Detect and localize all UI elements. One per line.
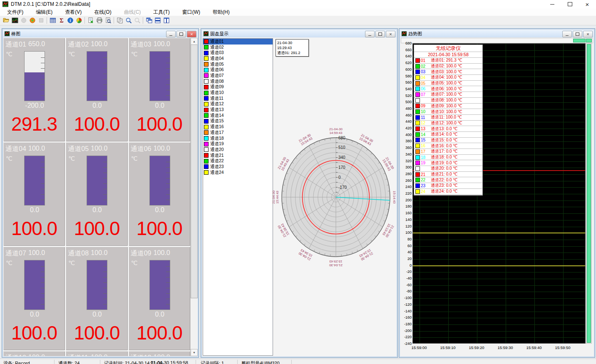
channel-list-item[interactable]: 通道10 [203, 90, 273, 96]
channel-color-swatch [204, 102, 209, 106]
tile-horizontal-icon[interactable] [153, 16, 162, 25]
disc-close-button[interactable]: × [386, 31, 395, 37]
scrollbar-thumb[interactable] [573, 39, 586, 42]
statistics-sigma-icon[interactable]: Σ [57, 16, 66, 25]
channel-list-item[interactable]: 通道16 [203, 124, 273, 130]
legend-row: 20通道20: 0.0 ℃ [414, 166, 482, 172]
cascade-windows-icon[interactable] [144, 16, 153, 25]
y-axis-label: 380 [401, 139, 412, 143]
range-min: 0.0 [74, 206, 120, 214]
realtime-chart-icon[interactable] [10, 16, 19, 25]
channel-list-item[interactable]: 通道14 [203, 113, 273, 119]
channel-color-swatch [204, 91, 209, 95]
unit-label: ℃ [131, 155, 138, 162]
copy-icon[interactable] [115, 16, 124, 25]
channel-label: 通道01 [210, 39, 224, 45]
channel-list-item[interactable]: 通道19 [203, 141, 273, 147]
gridline [413, 240, 585, 240]
y-axis-label: 460 [401, 113, 412, 117]
y-axis-label: 680 [401, 41, 412, 45]
channel-color-swatch [204, 45, 209, 50]
scrollbar-thumb[interactable] [587, 44, 591, 343]
bar-vertical-scrollbar[interactable]: ▲ ▼ [190, 38, 197, 356]
channel-list-item[interactable]: 通道02 [203, 45, 273, 50]
channel-list-item[interactable]: 通道21 [203, 153, 273, 158]
legend-row: 03通道03: 100.0 ℃ [414, 69, 482, 75]
y-axis-label: 240 [401, 185, 412, 189]
disc-maximize-button[interactable] [375, 31, 385, 37]
channel-list-item[interactable]: 通道09 [203, 84, 273, 90]
channel-list-item[interactable]: 通道06 [203, 67, 273, 73]
menu-window[interactable]: 窗口(W) [176, 8, 206, 17]
menu-online[interactable]: 在线(O) [88, 8, 117, 17]
data-table-icon[interactable] [48, 16, 57, 25]
channel-number: 21 [421, 172, 429, 177]
channel-list-item[interactable]: 通道11 [203, 96, 273, 102]
status-item: 设备: Record [3, 360, 30, 364]
trend-horizontal-scrollbar[interactable] [401, 38, 593, 43]
bar-minimize-button[interactable] [166, 31, 176, 37]
range-max: 100.0 [91, 249, 107, 257]
bar-close-button[interactable]: × [187, 31, 196, 37]
svg-text:680: 680 [338, 136, 345, 140]
legend-title: 无纸记录仪 [414, 45, 482, 52]
bar-window-titlebar[interactable]: 棒图 × [3, 30, 197, 37]
app-titlebar[interactable]: DTM 2.0.1 [C:\DTM 2.0.2\RealData] × [0, 0, 596, 8]
channel-list-item[interactable]: 通道07 [203, 73, 273, 79]
channel-list-item[interactable]: 通道18 [203, 136, 273, 141]
pie-chart-icon[interactable] [74, 16, 83, 25]
channel-label: 通道16 [210, 124, 224, 130]
close-button[interactable]: × [579, 0, 596, 8]
menu-view[interactable]: 查看(V) [59, 8, 88, 17]
trend-maximize-button[interactable] [573, 31, 582, 37]
menu-edit[interactable]: 编辑(E) [30, 8, 59, 17]
maximize-button[interactable] [561, 0, 579, 8]
channel-list-item[interactable]: 通道12 [203, 102, 273, 107]
disc-window-titlebar[interactable]: 圆盘显示 × [202, 30, 396, 37]
minimize-button[interactable] [544, 0, 561, 8]
tile-vertical-icon[interactable] [162, 16, 171, 25]
channel-list-item[interactable]: 通道01 [203, 39, 273, 45]
channel-list-item[interactable]: 通道03 [203, 50, 273, 56]
menu-tools[interactable]: 工具(T) [147, 8, 176, 17]
channel-number: 01 [421, 58, 429, 63]
export-data-icon[interactable] [86, 16, 95, 25]
trend-vertical-scrollbar[interactable] [586, 43, 592, 344]
trend-minimize-button[interactable] [562, 31, 572, 37]
channel-list-item[interactable]: 通道24 [203, 170, 273, 176]
channel-list-item[interactable]: 通道22 [203, 158, 273, 164]
channel-list-item[interactable]: 通道04 [203, 56, 273, 62]
trend-close-button[interactable]: × [583, 31, 593, 37]
menu-help[interactable]: 帮助(H) [206, 8, 236, 17]
channel-list-item[interactable]: 通道08 [203, 79, 273, 84]
scroll-down-icon[interactable]: ▼ [191, 349, 198, 356]
channel-value-text: 通道08: 100.0 ℃ [431, 97, 462, 103]
disc-minimize-button[interactable] [365, 31, 375, 37]
open-file-icon[interactable] [2, 16, 10, 25]
trend-window-titlebar[interactable]: 趋势图 × [400, 30, 594, 37]
record-start-icon[interactable] [28, 16, 37, 25]
info-icon[interactable]: i [66, 16, 74, 25]
menu-file[interactable]: 文件(F) [1, 8, 30, 17]
print-icon[interactable] [95, 16, 104, 25]
channel-color-swatch [415, 69, 420, 74]
svg-text:21-04-3014:59:43: 21-04-3014:59:43 [329, 127, 343, 135]
channel-list-item[interactable]: 通道17 [203, 130, 273, 136]
zoom-in-icon[interactable] [124, 16, 133, 25]
scrollbar-block[interactable] [586, 39, 592, 42]
channel-list-item[interactable]: 通道23 [203, 164, 273, 170]
unit-label: ℃ [6, 51, 12, 57]
print-preview-icon[interactable] [104, 16, 112, 25]
scroll-up-icon[interactable]: ▲ [191, 38, 198, 45]
bar-maximize-button[interactable] [176, 31, 186, 37]
scrollbar-thumb[interactable] [191, 45, 198, 298]
channel-list[interactable]: 通道01通道02通道03通道04通道05通道06通道07通道08通道09通道10… [203, 38, 273, 356]
channel-list-item[interactable]: 通道13 [203, 107, 273, 113]
channel-label: 通道08 [210, 79, 224, 84]
y-axis-label: 120 [401, 224, 412, 228]
channel-color-swatch [204, 159, 209, 163]
channel-list-item[interactable]: 通道05 [203, 62, 273, 67]
bar-gauge-cell: 通道08100.0℃0.0100.0 [66, 247, 127, 350]
channel-list-item[interactable]: 通道20 [203, 147, 273, 153]
channel-list-item[interactable]: 通道15 [203, 119, 273, 124]
